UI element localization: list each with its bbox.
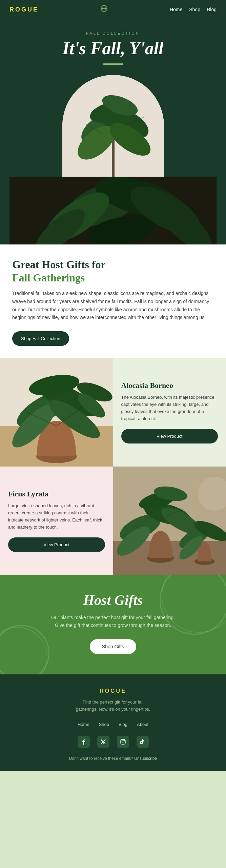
- nav-home[interactable]: Home: [170, 7, 182, 12]
- footer-unsub-text: Don't want to receive these emails? Unsu…: [9, 756, 217, 761]
- nav-links: Home Shop Blog: [170, 7, 217, 12]
- svg-point-53: [122, 741, 124, 743]
- ficus-info: Ficus Lyrata Large, violin-shaped leaves…: [0, 467, 113, 575]
- alocasia-desc: The Alocasia Borneo, with its majestic p…: [121, 394, 218, 422]
- svg-rect-52: [121, 739, 125, 744]
- footer: ROGUE Find the perfect gift for your fal…: [0, 674, 226, 771]
- hero-title: It's Fall, Y'all: [9, 39, 217, 58]
- alocasia-info: Alocasia Borneo The Alocasia Borneo, wit…: [113, 358, 226, 467]
- deco-circle-left: [0, 627, 47, 674]
- ficus-name: Ficus Lyrata: [8, 490, 105, 498]
- gifts-heading-line1: Great Host Gifts for: [12, 258, 106, 271]
- footer-nav-shop[interactable]: Shop: [99, 722, 109, 727]
- host-gifts-banner: Host Gifts Our plants make the perfect h…: [0, 575, 226, 674]
- product-row-ficus: Ficus Lyrata Large, violin-shaped leaves…: [0, 467, 226, 575]
- ficus-desc: Large, violin-shaped leaves, rich in a v…: [8, 502, 105, 531]
- gifts-text-section: Great Host Gifts for Fall Gatherings Tra…: [0, 244, 226, 358]
- nav-blog[interactable]: Blog: [207, 7, 217, 12]
- x-twitter-icon[interactable]: [97, 736, 109, 748]
- footer-nav-blog[interactable]: Blog: [119, 722, 127, 727]
- product-row-alocasia: Alocasia Borneo The Alocasia Borneo, wit…: [0, 358, 226, 467]
- alocasia-image: [0, 358, 113, 467]
- ficus-image: [113, 467, 226, 575]
- gifts-heading: Great Host Gifts for Fall Gatherings: [12, 258, 214, 284]
- navigation: ROGUE Home Shop Blog: [0, 0, 226, 19]
- nav-shop[interactable]: Shop: [189, 7, 200, 12]
- gifts-body-text: Traditional fall takes on a sleek new sh…: [12, 290, 214, 322]
- tiktok-icon[interactable]: [137, 736, 149, 748]
- instagram-icon[interactable]: [117, 736, 129, 748]
- footer-nav-home[interactable]: Home: [78, 722, 89, 727]
- hero-bottom-plant: [9, 177, 217, 244]
- footer-social-icons: [9, 736, 217, 748]
- footer-nav-about[interactable]: About: [137, 722, 148, 727]
- alocasia-name: Alocasia Borneo: [121, 381, 218, 390]
- unsubscribe-link[interactable]: Unsubscribe: [134, 756, 157, 761]
- hero-underline: [103, 63, 123, 65]
- footer-nav: Home Shop Blog About: [9, 722, 217, 727]
- svg-point-54: [124, 740, 125, 741]
- hero-arch: [62, 75, 164, 177]
- host-gifts-body: Our plants make the perfect host gift fo…: [49, 614, 178, 629]
- hero-label: FALL COLLECTION: [9, 31, 217, 35]
- globe-icon: [100, 5, 108, 14]
- ficus-view-product-button[interactable]: View Product: [8, 537, 105, 552]
- facebook-icon[interactable]: [78, 736, 90, 748]
- product-grid: Alocasia Borneo The Alocasia Borneo, wit…: [0, 358, 226, 575]
- footer-logo: ROGUE: [9, 688, 217, 694]
- footer-tagline: Find the perfect gift for your fall gath…: [9, 699, 217, 713]
- ficus-plant-svg: [113, 467, 226, 575]
- shop-gifts-button[interactable]: Shop Gifts: [90, 639, 136, 654]
- shop-fall-collection-button[interactable]: Shop Fall Collection: [12, 331, 69, 346]
- host-gifts-heading: Host Gifts: [12, 592, 214, 608]
- hero-plant-illustration: [62, 75, 164, 177]
- brand-logo: ROGUE: [9, 6, 39, 13]
- deco-circle-right: [162, 575, 226, 633]
- alocasia-view-product-button[interactable]: View Product: [121, 429, 218, 443]
- alocasia-plant-svg: [0, 358, 113, 467]
- gifts-heading-line2: Fall Gatherings: [12, 272, 85, 284]
- hero-section: FALL COLLECTION It's Fall, Y'all: [0, 19, 226, 244]
- hero-bottom-plant-svg: [9, 177, 217, 244]
